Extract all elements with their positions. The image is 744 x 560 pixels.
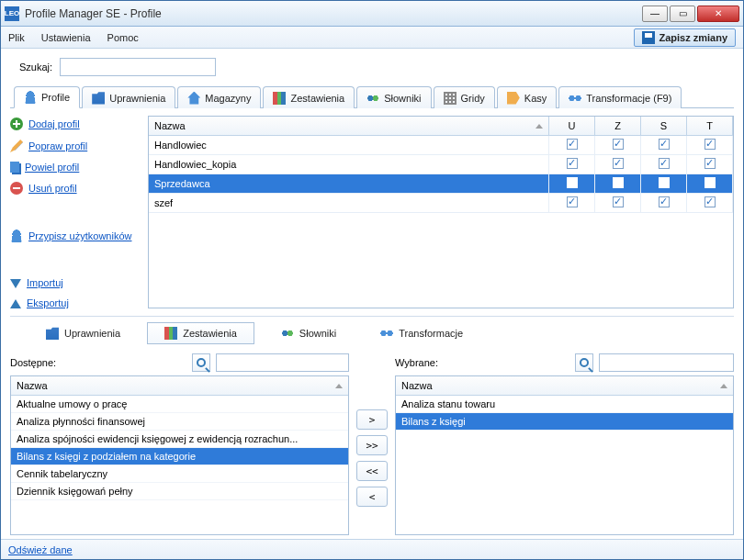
- cell-s[interactable]: [641, 174, 687, 193]
- cell-z[interactable]: [595, 155, 641, 174]
- folder-icon: [92, 92, 105, 105]
- list-item[interactable]: Analiza spójności ewidencji księgowej z …: [11, 431, 348, 448]
- table-row[interactable]: Handlowiec_kopia: [149, 155, 733, 174]
- checkbox[interactable]: [613, 177, 624, 188]
- import-link[interactable]: Importuj: [10, 277, 139, 288]
- move-all-right-button[interactable]: >>: [356, 435, 388, 455]
- list-item[interactable]: Bilans z księgi z podziałem na kategorie: [11, 448, 348, 465]
- dup-profile-link[interactable]: Powiel profil: [10, 162, 139, 173]
- save-button[interactable]: Zapisz zmiany: [634, 28, 736, 47]
- tab-profile[interactable]: Profile: [14, 86, 80, 108]
- search-icon: [580, 358, 589, 367]
- checkbox[interactable]: [659, 196, 670, 207]
- menu-help[interactable]: Pomoc: [107, 32, 139, 43]
- tab-reports[interactable]: Zestawienia: [263, 86, 355, 108]
- refresh-link[interactable]: Odśwież dane: [8, 544, 73, 555]
- dup-profile-label: Powiel profil: [25, 162, 79, 173]
- list-item[interactable]: Analiza płynności finansowej: [11, 413, 348, 431]
- menu-file[interactable]: Plik: [8, 32, 25, 43]
- checkbox[interactable]: [705, 196, 716, 207]
- checkbox[interactable]: [567, 196, 578, 207]
- available-list-header[interactable]: Nazwa: [11, 376, 348, 396]
- tab-dicts-label: Słowniki: [384, 93, 421, 104]
- move-right-button[interactable]: >: [356, 409, 388, 430]
- header-t[interactable]: T: [687, 117, 733, 135]
- selected-filter-input[interactable]: [599, 353, 734, 372]
- export-link[interactable]: Eksportuj: [10, 297, 139, 308]
- checkbox[interactable]: [705, 158, 716, 169]
- cell-z[interactable]: [595, 136, 641, 154]
- arrow-up-icon: [10, 299, 21, 308]
- list-item[interactable]: Analiza stanu towaru: [396, 396, 733, 413]
- checkbox[interactable]: [567, 158, 578, 169]
- tab-warehouses[interactable]: Magazyny: [177, 86, 261, 108]
- cell-z[interactable]: [595, 194, 641, 212]
- move-all-left-button[interactable]: <<: [356, 461, 388, 481]
- checkbox[interactable]: [567, 139, 578, 150]
- cell-s[interactable]: [641, 155, 687, 174]
- del-profile-link[interactable]: Usuń profil: [10, 182, 139, 195]
- list-item[interactable]: Dziennik księgowań pełny: [11, 483, 348, 500]
- cell-s[interactable]: [641, 136, 687, 154]
- tab-grids[interactable]: Gridy: [434, 86, 495, 108]
- subtab-permissions[interactable]: Uprawnienia: [28, 322, 138, 344]
- table-row[interactable]: szef: [149, 194, 733, 213]
- subtab-strip: Uprawnienia Zestawienia Słowniki Transfo…: [10, 322, 734, 344]
- cell-u[interactable]: [549, 194, 595, 212]
- selected-search-button[interactable]: [575, 353, 593, 372]
- available-search-button[interactable]: [192, 353, 210, 372]
- subtab-reports[interactable]: Zestawienia: [147, 322, 254, 344]
- tab-grids-label: Gridy: [461, 93, 485, 104]
- minimize-button[interactable]: —: [642, 6, 668, 22]
- header-name[interactable]: Nazwa: [149, 117, 549, 135]
- selected-list-header[interactable]: Nazwa: [396, 376, 733, 396]
- search-input[interactable]: [60, 58, 216, 76]
- menu-settings[interactable]: Ustawienia: [41, 32, 91, 43]
- main-tab-strip: Profile Uprawnienia Magazyny Zestawienia…: [10, 85, 734, 108]
- checkbox[interactable]: [659, 158, 670, 169]
- cell-z[interactable]: [595, 174, 641, 193]
- cell-u[interactable]: [549, 174, 595, 193]
- checkbox[interactable]: [567, 177, 578, 188]
- search-row: Szukaj:: [19, 58, 734, 76]
- checkbox[interactable]: [613, 158, 624, 169]
- tab-cash[interactable]: Kasy: [497, 86, 557, 108]
- checkbox[interactable]: [659, 139, 670, 150]
- tab-transforms[interactable]: Transformacje (F9): [558, 86, 682, 108]
- tab-permissions[interactable]: Uprawnienia: [82, 86, 175, 108]
- header-u[interactable]: U: [549, 117, 595, 135]
- selected-list: Nazwa Analiza stanu towaruBilans z księg…: [395, 375, 734, 535]
- list-item[interactable]: Bilans z księgi: [396, 413, 733, 431]
- checkbox[interactable]: [613, 196, 624, 207]
- table-row[interactable]: Sprzedawca: [149, 174, 733, 194]
- close-button[interactable]: ✕: [697, 6, 739, 22]
- edit-profile-link[interactable]: Popraw profil: [10, 140, 139, 152]
- cell-t[interactable]: [687, 136, 733, 154]
- cell-u[interactable]: [549, 136, 595, 154]
- list-item[interactable]: Cennik tabelaryczny: [11, 465, 348, 483]
- cell-s[interactable]: [641, 194, 687, 212]
- assign-users-link[interactable]: Przypisz użytkowników: [10, 230, 139, 242]
- cell-u[interactable]: [549, 155, 595, 174]
- move-left-button[interactable]: <: [356, 487, 388, 507]
- list-item[interactable]: Aktualne umowy o pracę: [11, 396, 348, 413]
- checkbox[interactable]: [659, 177, 670, 188]
- subtab-transforms[interactable]: Transformacje: [363, 322, 480, 344]
- header-z[interactable]: Z: [595, 117, 641, 135]
- add-profile-link[interactable]: Dodaj profil: [10, 118, 139, 130]
- plus-icon: [10, 118, 23, 130]
- chart-icon: [164, 327, 177, 340]
- checkbox[interactable]: [705, 177, 716, 188]
- subtab-dicts[interactable]: Słowniki: [264, 322, 354, 344]
- cell-t[interactable]: [687, 155, 733, 174]
- maximize-button[interactable]: ▭: [670, 6, 695, 22]
- available-list-body: Aktualne umowy o pracęAnaliza płynności …: [11, 396, 348, 534]
- table-row[interactable]: Handlowiec: [149, 136, 733, 155]
- header-s[interactable]: S: [641, 117, 687, 135]
- checkbox[interactable]: [705, 139, 716, 150]
- cell-t[interactable]: [687, 194, 733, 212]
- checkbox[interactable]: [613, 139, 624, 150]
- available-filter-input[interactable]: [216, 353, 349, 372]
- cell-t[interactable]: [687, 174, 733, 193]
- tab-dicts[interactable]: Słowniki: [356, 86, 431, 108]
